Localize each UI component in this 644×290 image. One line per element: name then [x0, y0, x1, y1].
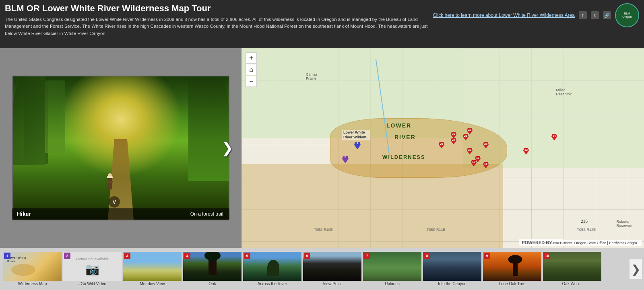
zoom-home-button[interactable]: ⌂	[246, 64, 257, 75]
map-panel: Lower WhiteRiver Wildem... LOWER RIVER W…	[242, 48, 644, 248]
thumbnail-2[interactable]: Picture not available 📷 2 #Go Wild Video	[63, 252, 122, 286]
map-pin-24[interactable]: 24	[451, 138, 456, 144]
miller-reservoir-label: MillerReservoir	[556, 88, 572, 96]
thumb-label-1: Wilderness Map	[3, 282, 62, 286]
thumb-badge-7: 7	[364, 253, 370, 259]
thumb-badge-6: 6	[304, 253, 310, 259]
thumb-badge-10: 10	[544, 253, 550, 259]
map-pin-2[interactable]: 2	[342, 156, 349, 163]
grid-label-2: T05S R11E	[427, 228, 446, 232]
tree-silhouette	[208, 259, 217, 275]
lone-tree-crown	[508, 255, 522, 264]
thumbnail-6[interactable]: 6 View Point	[303, 252, 361, 286]
thumbnail-3[interactable]: 3 Meadow View	[123, 252, 182, 286]
zoom-in-button[interactable]: +	[246, 52, 257, 64]
hiker-body	[107, 178, 112, 189]
thumb-label-2: #Go Wild Video	[63, 282, 122, 286]
wilderness-area-link[interactable]: Click here to learn more about Lower Whi…	[433, 12, 575, 18]
thumb-label-3: Meadow View	[123, 282, 182, 286]
header: BLM OR Lower White River Wilderness Map …	[0, 0, 644, 48]
thumbnail-8[interactable]: 8 Into the Canyon	[423, 252, 481, 286]
caption-subtitle: On a forest trail.	[190, 211, 225, 217]
facebook-icon[interactable]: f	[579, 11, 587, 19]
map-pin-30[interactable]: 30	[451, 132, 456, 138]
grid-label-3: T05S R12E	[577, 228, 596, 232]
thumb-image-4: 4	[183, 252, 242, 281]
lower-label: LOWER	[386, 122, 411, 129]
header-description: The United States Congress designated th…	[5, 16, 433, 37]
tree-decoration	[188, 76, 229, 181]
hiker-figure	[106, 173, 114, 195]
thumb-image-1: Lower WhiteRiver 1	[3, 252, 62, 281]
page-title: BLM OR Lower White River Wilderness Map …	[5, 3, 433, 14]
thumbnail-7[interactable]: 7 Uplands	[363, 252, 421, 286]
map-pin-19[interactable]: 19	[471, 160, 477, 167]
header-right: Click here to learn more about Lower Whi…	[433, 3, 639, 27]
image-caption: Hiker On a forest trail.	[12, 208, 229, 220]
thumbnail-5[interactable]: 5 Across the River	[243, 252, 301, 286]
map-controls: + ⌂ −	[246, 52, 257, 87]
unavailable-text: Picture not available	[76, 257, 109, 261]
thumb-image-9: 9	[483, 252, 541, 281]
thumb-image-5: 5	[243, 252, 301, 281]
tree-element	[267, 260, 279, 276]
thumb-label-4: Oak	[183, 282, 242, 286]
map-pin-20[interactable]: 20	[467, 148, 473, 154]
thumb-badge-4: 4	[184, 253, 190, 259]
thumbnails-bar: Lower WhiteRiver 1 Wilderness Map Pictur…	[0, 248, 644, 290]
map-pin-16[interactable]: 16	[483, 162, 489, 169]
thumb-badge-2: 2	[64, 253, 70, 259]
thumb-image-8: 8	[423, 252, 481, 281]
thumb-label-8: Into the Canyon	[423, 282, 481, 286]
map-pin-28[interactable]: 28	[483, 142, 489, 148]
lone-tree-trunk	[513, 262, 518, 276]
tree-top	[204, 252, 221, 261]
thumb-label-7: Uplands	[363, 282, 421, 286]
thumb-badge-3: 3	[124, 253, 130, 259]
thumbnail-10[interactable]: 10 Oak Woo...	[543, 252, 601, 286]
thumb-badge-9: 9	[484, 253, 490, 259]
map-thumb-bg: Lower WhiteRiver	[3, 252, 62, 281]
map-pin-1[interactable]: 1	[354, 142, 361, 149]
thumb-image-2: Picture not available 📷 2	[63, 252, 122, 281]
thumbnail-1[interactable]: Lower WhiteRiver 1 Wilderness Map	[3, 252, 62, 286]
river-label: RIVER	[394, 134, 416, 140]
thumbnails-next-button[interactable]: ❯	[630, 259, 642, 279]
zoom-out-button[interactable]: −	[246, 76, 257, 87]
thumb-label-5: Across the River	[243, 282, 301, 286]
thumb-badge-5: 5	[244, 253, 250, 259]
twitter-icon[interactable]: t	[591, 11, 599, 19]
header-left: BLM OR Lower White River Wilderness Map …	[5, 3, 433, 37]
map-pin-26[interactable]: 26	[439, 142, 444, 148]
tree-decoration	[45, 80, 65, 153]
wilderness-area-label: Lower WhiteRiver Wildem...	[342, 130, 370, 140]
map-pin-27[interactable]: 27	[467, 128, 473, 134]
next-image-arrow[interactable]: ❯	[221, 140, 233, 156]
blm-logo: BLMOregon	[615, 3, 639, 27]
thumb-badge-1: 1	[4, 253, 10, 259]
grid-label-1: T05S R10E	[314, 228, 333, 232]
roberts-reservoir-label: RobertsReservoir	[616, 220, 632, 228]
thumb-image-7: 7	[363, 252, 421, 281]
thumbnail-9[interactable]: 9 Lone Oak Tree	[483, 252, 541, 286]
map-pin-14[interactable]: 14	[551, 134, 557, 140]
main-content: Hiker On a forest trail. v ❯ Lower White…	[0, 48, 644, 248]
thumb-image-10: 10	[543, 252, 601, 281]
map-pin-12[interactable]: 12	[523, 148, 529, 154]
thumb-label-6: View Point	[303, 282, 361, 286]
thumb-label-9: Lone Oak Tree	[483, 282, 541, 286]
map-pin-25[interactable]: 25	[463, 134, 469, 140]
hiker-pack	[107, 181, 113, 183]
main-photo	[12, 76, 229, 220]
tree-decoration	[13, 76, 45, 165]
camera-icon: 📷	[85, 263, 99, 276]
thumb-badge-8: 8	[424, 253, 430, 259]
thumb-image-3: 3	[123, 252, 182, 281]
expand-button[interactable]: v	[109, 196, 120, 208]
thumbnail-4[interactable]: 4 Oak	[183, 252, 242, 286]
image-panel: Hiker On a forest trail. v ❯	[0, 48, 242, 248]
thumb-image-6: 6	[303, 252, 361, 281]
camas-prairie-label: CamasPrairie	[306, 72, 318, 80]
thumb-label-10: Oak Woo...	[543, 282, 601, 286]
link-icon[interactable]: 🔗	[603, 11, 611, 19]
